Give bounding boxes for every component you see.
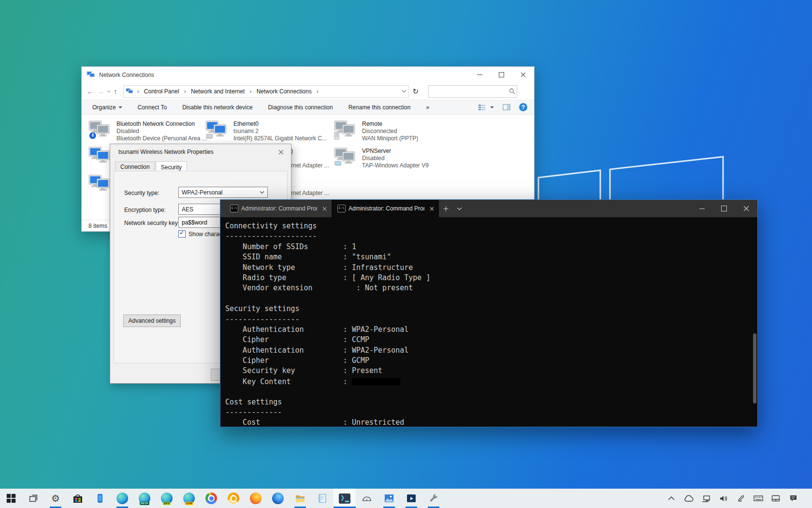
- terminal-minimize-button[interactable]: [691, 200, 713, 217]
- tab-dropdown-button[interactable]: [452, 200, 466, 217]
- protractor-icon: [361, 493, 373, 504]
- connection-item-ethernet0[interactable]: Ethernet0 tsunami 2 Intel(R) 82574L Giga…: [205, 120, 326, 142]
- breadcrumb-network-and-internet[interactable]: Network and Internet: [190, 88, 246, 95]
- breadcrumb-separator[interactable]: ›: [315, 88, 320, 95]
- volume-tray-button[interactable]: [718, 495, 729, 502]
- taskbar-task-view-button[interactable]: [22, 489, 44, 508]
- breadcrumb-separator[interactable]: ›: [248, 88, 253, 95]
- diagnose-connection-button[interactable]: Diagnose this connection: [268, 104, 333, 111]
- show-characters-checkbox[interactable]: [178, 230, 186, 238]
- start-icon: [6, 493, 16, 504]
- taskbar-chrome-button[interactable]: [200, 489, 222, 508]
- breadcrumb-network-connections[interactable]: Network Connections: [256, 88, 313, 95]
- refresh-button[interactable]: ↻: [413, 87, 419, 96]
- address-box[interactable]: › Control Panel › Network and Internet ›…: [123, 85, 409, 98]
- taskbar-notepad-button[interactable]: [311, 489, 334, 508]
- windows-ink-tray-button[interactable]: [736, 494, 746, 502]
- view-caret-icon: [490, 106, 494, 108]
- cmd-icon: C:\: [230, 205, 238, 212]
- touchpad-tray-button[interactable]: [770, 495, 781, 502]
- taskbar-protractor-button[interactable]: [356, 489, 378, 508]
- connection-name: Remote: [362, 120, 418, 128]
- preview-pane-button[interactable]: [503, 104, 510, 110]
- edge-icon: [116, 493, 128, 504]
- taskbar-microsoft-store-button[interactable]: [67, 489, 89, 508]
- touchpad-icon: [771, 495, 780, 502]
- recent-locations-chevron-icon[interactable]: [107, 90, 111, 93]
- explorer-address-bar: ← → ↑ › Control Panel › Network and Inte…: [82, 83, 534, 100]
- taskbar-chrome-canary-button[interactable]: [222, 489, 245, 508]
- taskbar-edge-button[interactable]: [111, 489, 133, 508]
- taskbar-edge-dev-button[interactable]: DEV: [156, 489, 178, 508]
- terminal-tab-bar[interactable]: C:\ Administrator: Command Prompt C:\ Ad…: [220, 200, 757, 217]
- taskbar-firefox-button[interactable]: [245, 489, 267, 508]
- forward-button[interactable]: →: [97, 87, 104, 95]
- taskbar-edge-beta-button[interactable]: BETA: [133, 489, 156, 508]
- tab-close-button[interactable]: [427, 204, 436, 213]
- hidden-icons-chevron-button[interactable]: [666, 496, 677, 500]
- notepad-icon: [317, 493, 328, 504]
- taskbar-windows-terminal-button[interactable]: [334, 489, 356, 508]
- minimize-icon: [699, 209, 705, 209]
- organize-menu-button[interactable]: Organize: [92, 104, 122, 111]
- taskbar-your-phone-button[interactable]: [89, 489, 111, 508]
- hidden-connection-icon[interactable]: [88, 147, 110, 166]
- redacted-key-content: [352, 378, 400, 386]
- new-tab-button[interactable]: [439, 200, 452, 217]
- chrome-icon: [205, 493, 217, 504]
- connect-to-button[interactable]: Connect To: [138, 104, 167, 111]
- maximize-icon: [499, 72, 504, 77]
- touch-keyboard-tray-button[interactable]: [753, 495, 764, 502]
- help-button[interactable]: ?: [519, 103, 527, 111]
- network-tray-button[interactable]: [701, 495, 711, 502]
- dialog-title-bar[interactable]: tsunami Wireless Network Properties: [110, 144, 291, 159]
- taskbar-movies-tv-button[interactable]: [400, 489, 422, 508]
- taskbar-edge-canary-button[interactable]: CAN: [178, 489, 200, 508]
- more-commands-button[interactable]: »: [426, 104, 429, 111]
- action-center-tray-button[interactable]: [788, 494, 798, 502]
- search-input[interactable]: [429, 87, 507, 96]
- photos-icon: [383, 493, 395, 504]
- breadcrumb-control-panel[interactable]: Control Panel: [143, 88, 180, 95]
- view-grid-icon: [478, 104, 486, 111]
- search-icon[interactable]: [507, 88, 517, 94]
- maximize-icon: [721, 206, 727, 211]
- terminal-scrollbar-thumb[interactable]: [753, 333, 756, 403]
- connection-item-remote[interactable]: Remote Disconnected WAN Miniport (PPTP): [334, 120, 455, 142]
- rename-connection-button[interactable]: Rename this connection: [348, 104, 411, 111]
- taskbar-dev-tool-button[interactable]: [422, 489, 445, 508]
- terminal-output[interactable]: Connectivity settings ------------------…: [220, 217, 757, 431]
- minimize-button[interactable]: [469, 67, 491, 82]
- advanced-settings-button[interactable]: Advanced settings: [123, 314, 181, 327]
- connection-item-vpnserver[interactable]: VPNServer Disabled TAP-Windows Adapter V…: [334, 148, 455, 169]
- taskbar-settings-button[interactable]: ⚙: [44, 489, 67, 508]
- taskbar-start-button[interactable]: [0, 489, 22, 508]
- taskbar-file-explorer-button[interactable]: [289, 489, 311, 508]
- disable-device-button[interactable]: Disable this network device: [182, 104, 252, 111]
- close-button[interactable]: [512, 67, 534, 82]
- taskbar-firefox-nightly-button[interactable]: [267, 489, 289, 508]
- dialog-close-button[interactable]: [275, 148, 287, 156]
- back-button[interactable]: ←: [87, 87, 94, 95]
- chevron-down-icon: [457, 207, 462, 210]
- maximize-button[interactable]: [491, 67, 512, 82]
- breadcrumb-separator[interactable]: ›: [183, 88, 188, 95]
- plus-icon: [443, 206, 449, 211]
- explorer-title-bar[interactable]: Network Connections: [82, 67, 534, 83]
- security-type-value: WPA2-Personal: [182, 189, 222, 196]
- connection-status: tsunami 2: [233, 128, 327, 135]
- terminal-close-button[interactable]: [735, 200, 757, 217]
- up-button[interactable]: ↑: [114, 87, 117, 95]
- address-dropdown-chevron-icon[interactable]: [402, 90, 406, 93]
- terminal-maximize-button[interactable]: [713, 200, 735, 217]
- terminal-tab-1[interactable]: C:\ Administrator: Command Prompt: [224, 200, 332, 217]
- taskbar-photos-button[interactable]: [378, 489, 400, 508]
- change-view-button[interactable]: [478, 104, 494, 111]
- hidden-connection-icon[interactable]: [88, 175, 110, 194]
- explorer-command-bar: Organize Connect To Disable this network…: [82, 100, 534, 115]
- tab-close-button[interactable]: [320, 204, 329, 213]
- onedrive-tray-button[interactable]: [683, 495, 694, 502]
- connection-item-bluetooth[interactable]: Bluetooth Network Connection Disabled Bl…: [88, 120, 209, 142]
- security-type-select[interactable]: WPA2-Personal: [178, 187, 268, 198]
- terminal-tab-2-active[interactable]: C:\ Administrator: Command Prompt: [332, 200, 439, 217]
